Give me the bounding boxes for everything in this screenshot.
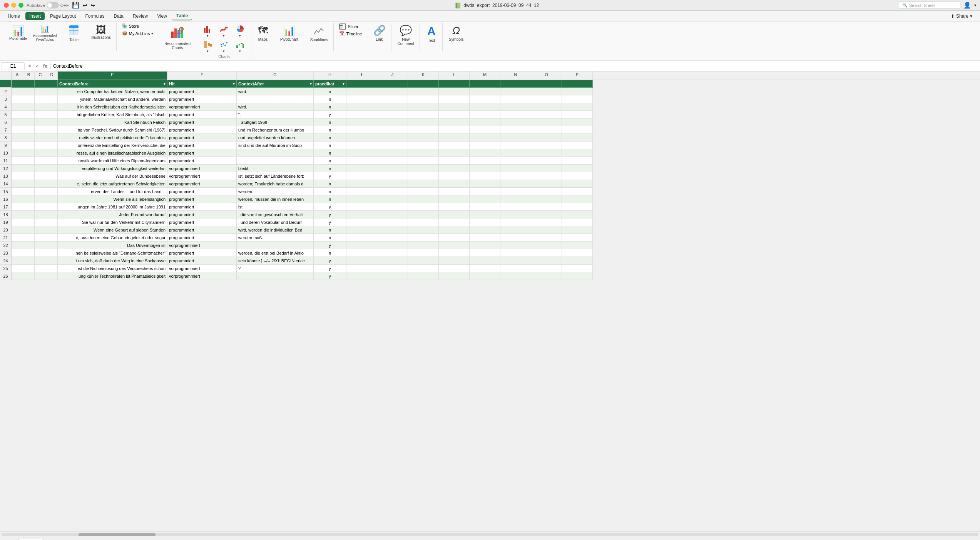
cell-17-E[interactable]: ungen im Jahre 1981 auf 20000 im Jahre 1… xyxy=(58,203,167,211)
link-button[interactable]: 🔗 Link xyxy=(371,23,388,43)
illustrations-button[interactable]: 🖼 Illustrations xyxy=(89,23,113,41)
cell-12-C[interactable] xyxy=(35,165,46,172)
cell-13-E[interactable]: Was auf der Bundesebene xyxy=(58,172,167,180)
cell-3-P[interactable] xyxy=(562,95,593,103)
col-header-E[interactable]: E xyxy=(58,72,167,80)
cell-17-P[interactable] xyxy=(562,203,593,211)
cell-10-F[interactable]: programmiert xyxy=(167,149,237,157)
share-button[interactable]: ⬆ Share ▾ xyxy=(947,12,976,20)
cell-21-M[interactable] xyxy=(470,234,500,242)
cell-26-N[interactable] xyxy=(500,272,531,280)
cell-16-N[interactable] xyxy=(500,195,531,203)
cell-23-C[interactable] xyxy=(35,249,46,257)
cell-8-K[interactable] xyxy=(408,134,439,142)
cell-12-D[interactable] xyxy=(46,165,58,172)
cell-23-I[interactable] xyxy=(346,249,377,257)
sparklines-button[interactable]: Sparklines xyxy=(308,23,331,43)
grid-row-10[interactable]: resse, auf einen israelischarabischen Au… xyxy=(12,149,593,157)
cell-23-A[interactable] xyxy=(12,249,23,257)
cell-10-N[interactable] xyxy=(500,149,531,157)
cell-11-M[interactable] xyxy=(470,157,500,165)
cell-14-I[interactable] xyxy=(346,180,377,188)
cell-9-M[interactable] xyxy=(470,142,500,149)
cell-19-H[interactable]: y xyxy=(314,218,346,226)
cell-20-I[interactable] xyxy=(346,226,377,234)
cell-9-J[interactable] xyxy=(377,142,408,149)
cell-19-P[interactable] xyxy=(562,218,593,226)
cell-17-N[interactable] xyxy=(500,203,531,211)
cell-17-I[interactable] xyxy=(346,203,377,211)
cell-8-B[interactable] xyxy=(23,134,35,142)
grid-row-22[interactable]: Das Unvermögen istvorprogrammierty xyxy=(12,242,593,249)
menu-data[interactable]: Data xyxy=(110,12,127,20)
cell-25-E[interactable]: ist die Nichteinlösung des Versprechens … xyxy=(58,265,167,272)
cell-11-P[interactable] xyxy=(562,157,593,165)
grid-row-4[interactable]: ir in den Schreibstuben der Kathedersozi… xyxy=(12,103,593,111)
cell-5-E[interactable]: bürgerlichen Kritiker, Karl Steinbuch, a… xyxy=(58,111,167,118)
cell-9-O[interactable] xyxy=(531,142,562,149)
new-comment-button[interactable]: 💬 NewComment xyxy=(395,23,416,47)
menu-page-layout[interactable]: Page Layout xyxy=(46,12,80,20)
cell-12-L[interactable] xyxy=(439,165,470,172)
cell-8-F[interactable]: programmiert xyxy=(167,134,237,142)
cell-4-M[interactable] xyxy=(470,103,500,111)
cell-24-L[interactable] xyxy=(439,257,470,265)
autosave-toggle[interactable] xyxy=(47,2,59,8)
cell-20-K[interactable] xyxy=(408,226,439,234)
cell-3-O[interactable] xyxy=(531,95,562,103)
cell-7-C[interactable] xyxy=(35,126,46,134)
cell-16-O[interactable] xyxy=(531,195,562,203)
cell-5-M[interactable] xyxy=(470,111,500,118)
cell-7-A[interactable] xyxy=(12,126,23,134)
dropdown-arrow-E[interactable]: ▾ xyxy=(164,82,166,86)
cell-15-O[interactable] xyxy=(531,188,562,195)
cell-22-E[interactable]: Das Unvermögen ist xyxy=(58,242,167,249)
cell-15-A[interactable] xyxy=(12,188,23,195)
cell-24-G[interactable]: sein könnte.] --/-- 2/XI: BEGIN erkle xyxy=(237,257,314,265)
cell-18-N[interactable] xyxy=(500,211,531,218)
cell-21-N[interactable] xyxy=(500,234,531,242)
cell-23-L[interactable] xyxy=(439,249,470,257)
cell-5-A[interactable] xyxy=(12,111,23,118)
cell-4-D[interactable] xyxy=(46,103,58,111)
menu-home[interactable]: Home xyxy=(4,12,24,20)
cell-3-M[interactable] xyxy=(470,95,500,103)
cell-2-C[interactable] xyxy=(35,88,46,95)
cell-9-N[interactable] xyxy=(500,142,531,149)
cell-12-G[interactable]: bleibt. xyxy=(237,165,314,172)
cell-14-L[interactable] xyxy=(439,180,470,188)
col-header-L[interactable]: L xyxy=(439,72,470,80)
cell-5-N[interactable] xyxy=(500,111,531,118)
cell-22-M[interactable] xyxy=(470,242,500,249)
cell-4-O[interactable] xyxy=(531,103,562,111)
cell-9-G[interactable]: sind und die auf Mururoa im Südp xyxy=(237,142,314,149)
cell-11-I[interactable] xyxy=(346,157,377,165)
cell-19-G[interactable]: , und deren Vokabular und Bedürf xyxy=(237,218,314,226)
cell-16-L[interactable] xyxy=(439,195,470,203)
cell-18-E[interactable]: Jeder Freund war darauf xyxy=(58,211,167,218)
cell-20-M[interactable] xyxy=(470,226,500,234)
cell-21-J[interactable] xyxy=(377,234,408,242)
menu-table[interactable]: Table xyxy=(172,12,192,20)
cell-26-I[interactable] xyxy=(346,272,377,280)
cell-26-M[interactable] xyxy=(470,272,500,280)
dropdown-arrow-F[interactable]: ▾ xyxy=(233,82,235,86)
cell-26-K[interactable] xyxy=(408,272,439,280)
cell-18-G[interactable]: , die von ihm gewünschten Verhalt xyxy=(237,211,314,218)
cell-11-H[interactable]: n xyxy=(314,157,346,165)
cell-22-B[interactable] xyxy=(23,242,35,249)
cell-22-A[interactable] xyxy=(12,242,23,249)
cell-25-H[interactable]: y xyxy=(314,265,346,272)
cell-20-H[interactable]: n xyxy=(314,226,346,234)
cell-17-A[interactable] xyxy=(12,203,23,211)
cell-16-G[interactable]: werden, müssen die in ihnen leben xyxy=(237,195,314,203)
cell-25-C[interactable] xyxy=(35,265,46,272)
cell-15-G[interactable]: werden. xyxy=(237,188,314,195)
cell-14-N[interactable] xyxy=(500,180,531,188)
cell-15-I[interactable] xyxy=(346,188,377,195)
cell-14-A[interactable] xyxy=(12,180,23,188)
cell-16-A[interactable] xyxy=(12,195,23,203)
cell-20-A[interactable] xyxy=(12,226,23,234)
cell-4-E[interactable]: ir in den Schreibstuben der Kathedersozi… xyxy=(58,103,167,111)
cell-25-O[interactable] xyxy=(531,265,562,272)
